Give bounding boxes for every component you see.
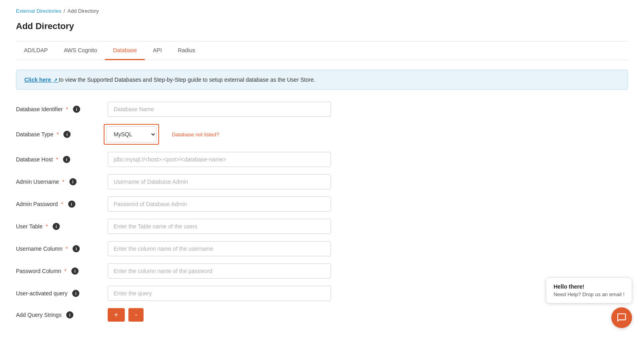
- chat-widget: Hello there! Need Help? Drop us an email…: [546, 277, 632, 328]
- chat-bubble: Hello there! Need Help? Drop us an email…: [546, 277, 632, 303]
- label-text-user-table: User Table: [16, 223, 43, 230]
- input-wrap-database-type: MySQL PostgreSQL Oracle MSSQL: [106, 126, 157, 142]
- input-user-activated-query[interactable]: [108, 286, 331, 301]
- info-icon-password-column[interactable]: i: [71, 267, 79, 275]
- input-wrap-database-identifier: [108, 102, 331, 117]
- page-title: Add Directory: [16, 21, 628, 31]
- label-database-type: Database Type * i: [16, 131, 104, 138]
- required-database-host: *: [56, 156, 58, 163]
- label-admin-password: Admin Password * i: [16, 200, 104, 208]
- label-database-identifier: Database Identifier * i: [16, 106, 104, 113]
- label-text-username-column: Username Column: [16, 246, 63, 252]
- info-icon-database-identifier[interactable]: i: [73, 106, 80, 113]
- tab-database[interactable]: Database: [105, 41, 145, 60]
- label-user-table: User Table * i: [16, 223, 104, 230]
- breadcrumb: External Directories / Add Directory: [16, 8, 628, 14]
- input-database-identifier[interactable]: [108, 102, 331, 117]
- required-database-identifier: *: [66, 106, 68, 112]
- field-username-column: Username Column * i: [16, 241, 628, 256]
- required-admin-username: *: [62, 179, 64, 185]
- field-user-table: User Table * i: [16, 219, 628, 234]
- input-wrap-admin-password: [108, 197, 331, 212]
- field-admin-username: Admin Username * i: [16, 174, 628, 189]
- label-text-database-type: Database Type: [16, 131, 53, 138]
- label-user-activated-query: User-activated query i: [16, 290, 104, 297]
- info-icon-admin-password[interactable]: i: [68, 200, 75, 208]
- info-icon-user-table[interactable]: i: [53, 223, 60, 230]
- input-admin-password[interactable]: [108, 197, 331, 212]
- remove-query-string-button[interactable]: -: [128, 308, 144, 322]
- input-database-host[interactable]: [108, 152, 331, 167]
- info-banner-description: to view the Supported Databases and Step…: [59, 77, 315, 83]
- tab-api[interactable]: API: [145, 41, 170, 60]
- tabs-container: AD/LDAP AWS Cognito Database API Radius: [16, 41, 628, 60]
- chat-open-button[interactable]: [611, 307, 632, 328]
- tab-adldap[interactable]: AD/LDAP: [16, 41, 56, 60]
- chat-bubble-text: Need Help? Drop us an email !: [553, 291, 624, 297]
- add-query-string-button[interactable]: +: [108, 308, 125, 322]
- label-text-admin-username: Admin Username: [16, 179, 59, 185]
- label-username-column: Username Column * i: [16, 245, 104, 252]
- field-password-column: Password Column * i: [16, 263, 628, 279]
- label-password-column: Password Column * i: [16, 267, 104, 275]
- database-type-border-wrap: MySQL PostgreSQL Oracle MSSQL: [104, 124, 159, 145]
- field-database-type: Database Type * i MySQL PostgreSQL Oracl…: [16, 124, 628, 145]
- info-icon-user-activated-query[interactable]: i: [72, 290, 79, 297]
- label-text-database-identifier: Database Identifier: [16, 106, 63, 112]
- label-admin-username: Admin Username * i: [16, 178, 104, 185]
- tab-radius[interactable]: Radius: [170, 41, 203, 60]
- required-username-column: *: [66, 246, 68, 252]
- chat-icon: [616, 312, 627, 323]
- input-wrap-password-column: [108, 263, 331, 279]
- info-icon-admin-username[interactable]: i: [69, 178, 77, 185]
- info-icon-add-query-strings[interactable]: i: [66, 311, 73, 318]
- field-user-activated-query: User-activated query i: [16, 286, 628, 301]
- tab-awscognito[interactable]: AWS Cognito: [56, 41, 105, 60]
- label-add-query-strings: Add Query Strings i: [16, 311, 104, 318]
- input-password-column[interactable]: [108, 263, 331, 279]
- field-admin-password: Admin Password * i: [16, 197, 628, 212]
- label-text-add-query-strings: Add Query Strings: [16, 312, 61, 318]
- required-password-column: *: [65, 268, 67, 274]
- input-wrap-user-table: [108, 219, 331, 234]
- input-admin-username[interactable]: [108, 174, 331, 189]
- required-database-type: *: [57, 131, 59, 138]
- info-banner-link-text: Click here: [24, 77, 51, 83]
- label-text-database-host: Database Host: [16, 156, 53, 163]
- breadcrumb-separator: /: [63, 8, 65, 14]
- input-user-table[interactable]: [108, 219, 331, 234]
- info-icon-database-type[interactable]: i: [63, 131, 71, 138]
- required-user-table: *: [46, 223, 48, 230]
- breadcrumb-parent[interactable]: External Directories: [16, 8, 61, 14]
- external-link-icon: ↗: [53, 77, 57, 83]
- chat-bubble-title: Hello there!: [553, 283, 624, 290]
- field-database-identifier: Database Identifier * i: [16, 102, 628, 117]
- input-username-column[interactable]: [108, 241, 331, 256]
- info-icon-database-host[interactable]: i: [63, 156, 70, 163]
- label-database-host: Database Host * i: [16, 156, 104, 163]
- field-database-host: Database Host * i: [16, 152, 628, 167]
- form-section: Database Identifier * i Database Type * …: [16, 102, 628, 329]
- required-admin-password: *: [61, 201, 63, 207]
- input-wrap-user-activated-query: [108, 286, 331, 301]
- label-text-password-column: Password Column: [16, 268, 61, 274]
- breadcrumb-current: Add Directory: [67, 8, 99, 14]
- database-not-listed-link[interactable]: Database not listed?: [172, 132, 219, 138]
- input-wrap-database-host: [108, 152, 331, 167]
- query-strings-buttons: + -: [108, 308, 144, 322]
- info-banner-link[interactable]: Click here ↗: [24, 77, 59, 83]
- info-icon-username-column[interactable]: i: [73, 245, 80, 252]
- input-wrap-admin-username: [108, 174, 331, 189]
- database-type-outer: MySQL PostgreSQL Oracle MSSQL Database n…: [104, 124, 628, 145]
- select-database-type[interactable]: MySQL PostgreSQL Oracle MSSQL: [106, 126, 157, 142]
- field-add-query-strings: Add Query Strings i + -: [16, 308, 628, 322]
- info-banner: Click here ↗ to view the Supported Datab…: [16, 70, 628, 90]
- label-text-user-activated-query: User-activated query: [16, 290, 67, 297]
- input-wrap-username-column: [108, 241, 331, 256]
- label-text-admin-password: Admin Password: [16, 201, 58, 207]
